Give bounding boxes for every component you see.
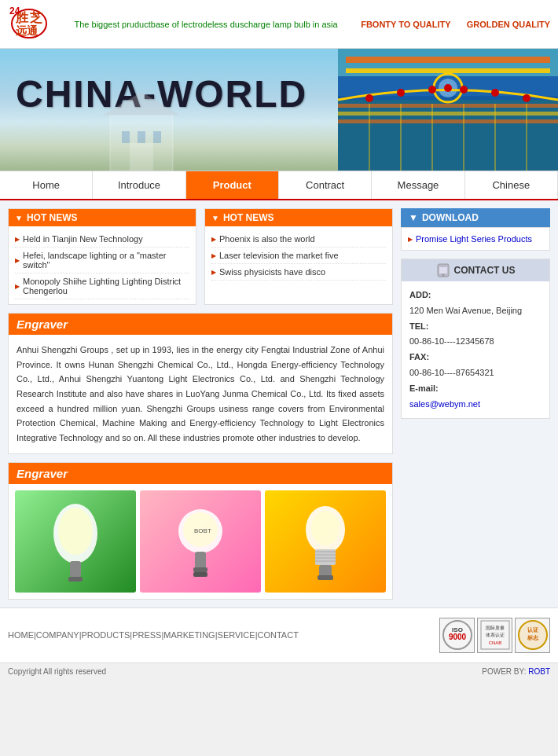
svg-text:芝: 芝 [29,11,43,24]
download-title: DOWNLOAD [422,212,479,223]
contact-tel-label: TEL: [409,319,541,335]
engraver-image-section: Engraver [8,462,393,600]
list-item[interactable]: Held in Tianjin New Technology [15,231,189,248]
footer-press[interactable]: PRESS [132,630,161,640]
list-item[interactable]: Hefei, landscape lighting or a "master s… [15,248,189,273]
footer-marketing[interactable]: MARKETING [163,630,215,640]
copyright-text: Copyright All rights reserved [8,667,106,676]
svg-point-30 [444,84,452,92]
svg-rect-35 [70,561,81,577]
svg-rect-19 [338,112,558,116]
svg-text:体系认证: 体系认证 [486,633,505,637]
contact-add-label: ADD: [409,288,541,303]
svg-rect-13 [346,57,550,63]
contact-title: CONTACT US [454,265,516,276]
list-item[interactable]: Swiss physicists have disco [211,264,386,281]
copyright: Copyright All rights reserved POWER BY: … [0,662,558,680]
contact-add-value: 120 Men Wai Avenue, Beijing [409,303,541,319]
power-by: POWER BY: ROBT [482,667,550,676]
footer-products[interactable]: PRODUCTS [82,630,130,640]
svg-point-32 [491,89,499,97]
hot-news-right: ▼ HOT NEWS Phoenix is also the world Las… [204,208,393,305]
header-link-1[interactable]: FBONTY TO QUALITY [361,20,451,29]
download-header: ▼ DOWNLOAD [401,208,550,227]
footer-contact[interactable]: CONTACT [258,630,299,640]
nav-contract[interactable]: Contract [279,171,372,199]
download-content: Promise Light Series Products [401,227,550,251]
hot-news-left-header: ▼ HOT NEWS [9,209,196,226]
hot-news-right-title: HOT NEWS [223,212,274,223]
left-content: ▼ HOT NEWS Held in Tianjin New Technolog… [8,208,393,600]
nav-product[interactable]: Product [186,171,279,199]
banner: CHINA-WORLD [0,49,558,171]
logo-area: 胜 芝 远通 24 FBONTY TO QUALITY [8,6,51,42]
svg-rect-36 [68,577,83,582]
svg-point-31 [460,86,468,94]
list-item[interactable]: Laser television the market five [211,248,386,264]
svg-rect-39 [195,552,206,569]
svg-text:远通: 远通 [16,24,39,37]
svg-rect-7 [138,131,145,143]
svg-rect-6 [122,131,130,143]
iso-badge-1: ISO 9000 [439,618,475,653]
header-right: FBONTY TO QUALITY GROLDEN QUALITY [361,20,550,29]
header-link-2[interactable]: GROLDEN QUALITY [467,20,550,29]
iso-badges: ISO 9000 国际质量 体系认证 CNAB 认证 标志 [439,618,550,653]
nav-message[interactable]: Message [372,171,464,199]
download-arrow-icon: ▼ [409,212,418,223]
right-sidebar: ▼ DOWNLOAD Promise Light Series Products… [401,208,550,600]
svg-rect-50 [319,565,332,577]
hot-news-left-title: HOT NEWS [27,212,78,223]
contact-email-label: E-mail: [409,381,541,397]
list-item[interactable]: Phoenix is also the world [211,231,386,248]
svg-text:9000: 9000 [448,633,466,641]
lamp-svg-3 [298,498,353,585]
list-item[interactable]: Monopoly Shiihe Lighting Lighting Distri… [15,273,189,299]
svg-rect-14 [346,68,550,73]
contact-fax-label: FAX: [409,350,541,365]
nav-chinese[interactable]: Chinese [465,171,558,199]
svg-point-33 [523,94,530,102]
svg-text:国际质量: 国际质量 [486,626,505,630]
contact-email-value[interactable]: sales@webym.net [409,397,541,413]
svg-text:24: 24 [9,6,20,17]
svg-text:标志: 标志 [527,634,539,640]
svg-point-55 [442,274,444,277]
svg-point-27 [365,94,373,102]
banner-building-icon [94,92,189,171]
footer-home[interactable]: HOME [8,630,34,640]
svg-text:认证: 认证 [527,626,539,633]
footer-company[interactable]: COMPANY [36,630,79,640]
engraver-header-2: Engraver [9,463,392,484]
lamp-svg-2: BOBT [173,498,228,585]
svg-rect-54 [439,267,447,273]
lamp-svg-1 [48,498,103,585]
arrow-icon: ▼ [211,214,219,222]
svg-point-28 [397,89,405,97]
engraver-header-1: Engraver [9,314,392,335]
download-link[interactable]: Promise Light Series Products [408,234,543,244]
phone-icon [436,263,450,277]
svg-rect-18 [338,104,558,108]
hot-news-left-list: Held in Tianjin New Technology Hefei, la… [9,226,196,304]
header: 胜 芝 远通 24 FBONTY TO QUALITY The biggest … [0,0,558,49]
arrow-icon: ▼ [15,214,23,222]
nav-home[interactable]: Home [0,171,93,199]
svg-rect-51 [318,575,333,580]
contact-header: CONTACT US [402,259,549,281]
hot-news-right-header: ▼ HOT NEWS [205,209,392,226]
power-link[interactable]: ROBT [528,667,550,676]
hot-news-left: ▼ HOT NEWS Held in Tianjin New Technolog… [8,208,196,305]
footer-service[interactable]: SERVICE [218,630,255,640]
svg-rect-20 [338,119,558,123]
engraver-images: BOBT [9,484,392,599]
footer-links: HOME | COMPANY | PRODUCTS | PRESS | MARK… [0,607,558,662]
engraver-body: Anhui Shengzhi Groups , set up in 1993, … [9,335,392,453]
svg-rect-9 [130,143,153,171]
hot-news-right-list: Phoenix is also the world Laser televisi… [205,226,392,285]
nav-introduce[interactable]: Introduce [93,171,185,199]
svg-rect-40 [193,567,207,572]
contact-tel-value: 00-86-10----12345678 [409,334,541,350]
header-tagline: The biggest pruductbase of lectrodeless … [51,20,361,29]
svg-text:BOBT: BOBT [194,527,211,534]
